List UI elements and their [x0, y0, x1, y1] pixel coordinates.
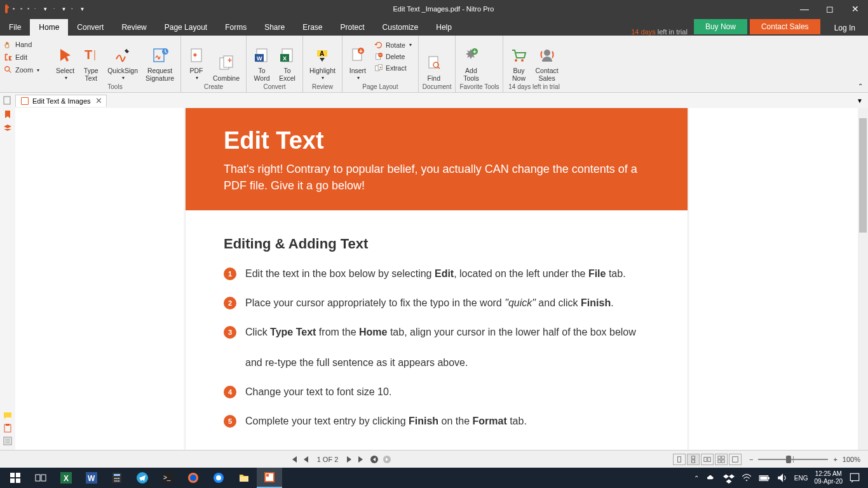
tray-notifications-icon[interactable] [849, 472, 860, 484]
view-facing-icon[interactable] [701, 454, 714, 465]
contact-sales-ribbon-button[interactable]: ContactSales [532, 38, 560, 82]
tab-customize[interactable]: Customize [374, 19, 428, 36]
buy-now-button[interactable]: Buy Now [694, 19, 747, 34]
hand-tool[interactable]: Hand [4, 38, 46, 51]
svg-point-29 [521, 59, 524, 62]
tray-onedrive-icon[interactable] [705, 472, 717, 484]
maximize-button[interactable]: ◻ [817, 0, 843, 18]
open-icon[interactable] [13, 8, 15, 10]
print-icon[interactable] [27, 8, 29, 10]
svg-point-30 [544, 50, 550, 56]
quicksign-button[interactable]: QuickSign▾ [105, 38, 140, 82]
tray-volume-icon[interactable] [776, 472, 788, 484]
view-single-icon[interactable] [673, 454, 686, 465]
tab-file[interactable]: File [0, 19, 30, 36]
insert-button[interactable]: +Insert▾ [346, 38, 369, 82]
svg-rect-45 [718, 459, 721, 462]
taskbar-excel-icon[interactable]: X [53, 468, 79, 488]
prev-page-icon[interactable] [302, 455, 311, 464]
svg-point-70 [190, 475, 196, 481]
svg-text:A: A [320, 50, 324, 57]
request-signature-button[interactable]: RequestSignature [143, 38, 177, 82]
taskbar-calculator-icon[interactable] [104, 468, 130, 488]
next-page-icon[interactable] [344, 455, 353, 464]
prev-view-icon[interactable] [370, 455, 379, 464]
select-button[interactable]: Select▾ [53, 38, 77, 82]
to-excel-button[interactable]: XToExcel [276, 38, 299, 82]
to-word-button[interactable]: WToWord [250, 38, 273, 82]
tray-clock[interactable]: 12:25 AM09-Apr-20 [815, 470, 843, 485]
pdf-button[interactable]: ✱PDF▾ [185, 38, 208, 82]
layers-panel-icon[interactable] [3, 123, 13, 133]
document-viewport[interactable]: Edit Text That's right! Contrary to popu… [15, 108, 858, 450]
tab-help[interactable]: Help [427, 19, 461, 36]
undo-dropdown-icon[interactable]: ▼ [43, 6, 48, 12]
find-button[interactable]: Find [423, 38, 445, 82]
collapse-ribbon-icon[interactable]: ⌃ [858, 83, 863, 90]
view-continuous-icon[interactable] [687, 454, 700, 465]
attachments-panel-icon[interactable] [3, 423, 13, 433]
save-icon[interactable] [20, 8, 22, 10]
minimize-button[interactable]: — [792, 0, 817, 18]
delete-button[interactable]: Delete [374, 51, 412, 62]
redo-dropdown-icon[interactable]: ▼ [61, 6, 66, 12]
undo-icon[interactable] [34, 8, 36, 10]
tray-expand-icon[interactable]: ⌃ [694, 475, 699, 482]
taskbar-telegram-icon[interactable] [130, 468, 155, 488]
bookmarks-panel-icon[interactable] [3, 109, 13, 119]
tab-share[interactable]: Share [255, 19, 294, 36]
taskbar-word-icon[interactable]: W [79, 468, 104, 488]
comment-panel-icon[interactable] [3, 410, 13, 421]
add-tools-button[interactable]: +AddTools [459, 38, 482, 82]
tray-wifi-icon[interactable] [741, 472, 752, 484]
login-button[interactable]: Log In [822, 20, 868, 36]
tab-page-layout[interactable]: Page Layout [156, 19, 216, 36]
redo-icon[interactable] [53, 8, 55, 10]
view-fullscreen-icon[interactable] [729, 454, 742, 465]
doc-tab-close-icon[interactable]: ✕ [95, 96, 102, 105]
output-panel-icon[interactable] [3, 436, 13, 446]
svg-rect-42 [708, 457, 710, 461]
zoom-tool[interactable]: Zoom▾ [4, 64, 46, 76]
tray-battery-icon[interactable] [759, 472, 770, 484]
tab-protect[interactable]: Protect [332, 19, 374, 36]
pdf-page: Edit Text That's right! Contrary to popu… [186, 108, 688, 450]
tab-convert[interactable]: Convert [68, 19, 112, 36]
tray-dropbox-icon[interactable] [723, 472, 735, 484]
zoom-out-icon[interactable]: − [749, 456, 753, 463]
zoom-slider[interactable] [758, 459, 828, 460]
pages-panel-icon[interactable] [3, 95, 13, 105]
cursor-dropdown-icon[interactable]: ▼ [80, 6, 85, 12]
tab-forms[interactable]: Forms [216, 19, 255, 36]
next-view-icon[interactable] [383, 455, 391, 464]
buy-now-ribbon-button[interactable]: BuyNow [507, 38, 530, 82]
rotate-button[interactable]: Rotate▾ [374, 39, 412, 51]
taskbar-explorer-icon[interactable] [231, 468, 257, 488]
zoom-in-icon[interactable]: + [833, 456, 837, 463]
cursor-icon[interactable] [71, 8, 73, 10]
tab-erase[interactable]: Erase [294, 19, 331, 36]
taskbar-firefox-icon[interactable] [180, 468, 206, 488]
close-button[interactable]: ✕ [843, 0, 868, 18]
last-page-icon[interactable] [357, 455, 366, 464]
doc-tab-dropdown-icon[interactable]: ▼ [851, 97, 868, 104]
document-tab[interactable]: Edit Text & Images ✕ [15, 95, 107, 107]
edit-tool[interactable]: Edit [4, 51, 46, 64]
view-facing-continuous-icon[interactable] [715, 454, 728, 465]
svg-text:X: X [283, 55, 287, 62]
taskbar-nitro-icon[interactable] [257, 468, 282, 488]
extract-button[interactable]: Extract [374, 62, 412, 74]
tab-review[interactable]: Review [112, 19, 155, 36]
first-page-icon[interactable] [289, 455, 298, 464]
type-text-button[interactable]: TTypeText [79, 38, 102, 82]
taskbar-terminal-icon[interactable]: >_ [155, 468, 180, 488]
highlight-button[interactable]: AHighlight▾ [307, 38, 338, 82]
combine-button[interactable]: +Combine [210, 38, 242, 82]
vertical-scrollbar[interactable] [858, 108, 868, 450]
contact-sales-button[interactable]: Contact Sales [750, 19, 820, 34]
taskbar-1password-icon[interactable] [206, 468, 231, 488]
tray-language[interactable]: ENG [794, 475, 808, 482]
tab-home[interactable]: Home [30, 19, 68, 36]
task-view-icon[interactable] [28, 468, 53, 488]
start-button[interactable] [3, 468, 28, 488]
